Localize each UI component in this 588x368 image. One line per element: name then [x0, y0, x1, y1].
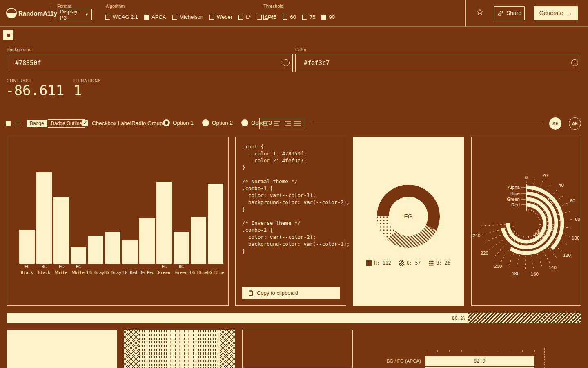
progress-value: 80.2% [452, 316, 468, 321]
color-label: Color [295, 47, 306, 52]
legend-label: R: 112 [374, 260, 391, 266]
threshold-checkbox-90[interactable]: 90 [321, 14, 334, 20]
algorithm-checkbox-group: WCAG 2.1APCAMichelsonWeberL*ΔPhi [105, 14, 276, 20]
algorithm-checkbox-apca[interactable]: APCA [144, 14, 166, 20]
apca-axis-tick [534, 350, 535, 352]
checkbox-label: L* [246, 14, 251, 20]
checkbox-label: 60 [290, 14, 296, 20]
solid-color-swatch-block [7, 330, 117, 368]
iterations-value: 1 [74, 82, 82, 99]
algorithm-checkbox-wcag-2-1[interactable]: WCAG 2.1 [105, 14, 138, 20]
radial-scale-label: 100 [572, 236, 579, 240]
bar [139, 218, 155, 264]
radial-scale-label: 200 [494, 264, 502, 269]
link-icon [497, 10, 503, 16]
algorithm-checkbox-l-[interactable]: L* [238, 14, 251, 20]
generate-label: Generate [539, 10, 563, 16]
threshold-checkbox-60[interactable]: 60 [283, 14, 296, 20]
color-color-ring-icon[interactable] [571, 59, 578, 66]
donut-slice-g [391, 228, 431, 242]
radio-option-1[interactable]: Option 1 [163, 119, 194, 126]
align-center-icon[interactable] [273, 121, 280, 126]
background-input[interactable] [7, 54, 293, 72]
radio-group-label: Radio Group [131, 120, 163, 126]
star-icon[interactable]: ☆ [476, 7, 484, 17]
radial-ring-label: Green [507, 197, 520, 202]
checkbox-icon[interactable] [105, 15, 110, 20]
radio-icon[interactable] [202, 119, 209, 126]
radial-scale-label: 240 [472, 233, 480, 238]
bar-column: FG Blue [191, 137, 206, 274]
sample-checkbox[interactable]: ✓ [82, 120, 88, 126]
checkbox-icon[interactable] [302, 15, 307, 20]
background-label: Background [7, 47, 31, 52]
algorithm-checkbox-weber[interactable]: Weber [209, 14, 232, 20]
arrow-right-icon: → [566, 10, 572, 16]
bar [208, 184, 223, 264]
donut-slice-b [383, 216, 392, 235]
share-button[interactable]: Share [494, 6, 525, 20]
checkbox-label: 75 [310, 14, 315, 20]
bar-category-label: BG Gray [103, 270, 122, 276]
align-left-icon[interactable] [263, 121, 270, 126]
checkbox-icon[interactable] [257, 15, 262, 20]
donut-legend: R: 112G: 57B: 26 [353, 260, 464, 266]
theme-swap-button[interactable] [3, 30, 13, 40]
threshold-checkbox-75[interactable]: 75 [302, 14, 315, 20]
color-input[interactable] [295, 54, 581, 72]
radial-scale-label: 80 [575, 217, 580, 222]
threshold-checkbox-45[interactable]: 45 [263, 14, 276, 20]
clipboard-icon [248, 290, 254, 296]
bar-chart-panel: FG BlackBG BlackFG WhiteBG WhiteFG GrayB… [7, 137, 229, 306]
avatar-outline: AE [569, 117, 581, 130]
checkbox-icon[interactable] [321, 15, 326, 20]
checkbox-icon[interactable] [238, 15, 243, 20]
checkbox-icon[interactable] [263, 15, 268, 20]
half-circle-logo-icon [6, 8, 17, 18]
bar-column: FG Black [19, 137, 35, 274]
donut-slice-r [383, 191, 434, 228]
copy-to-clipboard-button[interactable]: Copy to clipboard [242, 287, 340, 299]
css-code: :root { --color-1: #78350f; --color-2: #… [242, 143, 350, 254]
checkbox-icon[interactable] [283, 15, 287, 20]
background-color-ring-icon[interactable] [283, 59, 290, 66]
bar-category-label: FG Gray [86, 270, 105, 276]
radial-scale-label: 20 [542, 173, 548, 178]
radial-ring-label: Blue [510, 191, 520, 196]
bar-column: FG Green [156, 137, 172, 274]
header: RandomA11y Format Display-P3 ▼ Algorithm… [0, 0, 588, 27]
format-value: Display-P3 [60, 9, 85, 21]
donut-chart-panel: FG R: 112G: 57B: 26 [353, 137, 464, 306]
apca-axis-tick [510, 350, 510, 352]
radial-chart-panel: 020406080100120140160180200220240AlphaBl… [471, 137, 581, 306]
align-right-icon[interactable] [283, 121, 291, 126]
radio-icon[interactable] [163, 119, 170, 126]
apca-axis-tick [498, 350, 498, 352]
avatar: AE [549, 117, 561, 130]
checkbox-icon[interactable] [209, 15, 214, 20]
format-select[interactable]: Display-P3 ▼ [57, 9, 92, 20]
bar [156, 182, 172, 264]
generate-button[interactable]: Generate → [534, 6, 578, 20]
radio-option-2[interactable]: Option 2 [202, 119, 233, 126]
align-justify-icon[interactable] [294, 121, 301, 126]
algorithm-checkbox-michelson[interactable]: Michelson [172, 14, 204, 20]
apca-axis-tick [461, 350, 462, 352]
share-label: Share [506, 10, 521, 16]
checkbox-icon[interactable] [144, 15, 149, 20]
square-icon [7, 34, 10, 37]
radio-label: Option 1 [173, 120, 194, 126]
apca-axis-tick [522, 350, 523, 352]
bar [105, 232, 120, 264]
bar-column: FG Red [122, 137, 138, 274]
apca-axis-dotted-line [544, 348, 545, 368]
randoma11y-app: RandomA11y Format Display-P3 ▼ Algorithm… [0, 0, 588, 368]
radio-icon[interactable] [241, 119, 248, 126]
radial-scale-label: 60 [570, 198, 575, 203]
progress-remainder-hatch [468, 313, 581, 323]
checkbox-icon[interactable] [172, 15, 177, 20]
copy-label: Copy to clipboard [257, 290, 298, 296]
bar-category-label: FG Black [18, 264, 36, 275]
radial-scale-label: 220 [481, 251, 488, 256]
bar-category-label: FG Green [155, 264, 174, 275]
